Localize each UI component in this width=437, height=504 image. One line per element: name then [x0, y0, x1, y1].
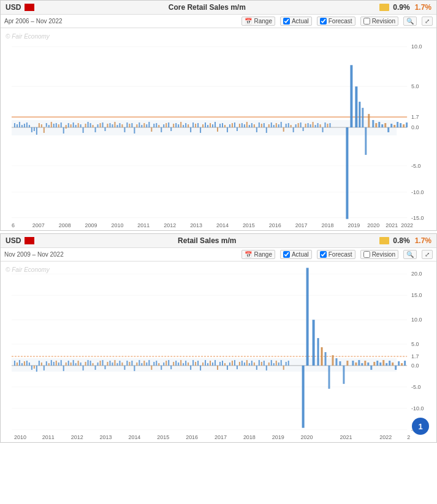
chart2-search-btn[interactable]: 🔍	[403, 250, 417, 259]
svg-rect-288	[175, 361, 177, 366]
chart2-area: © Fair Economy 20.0 15.0 10.0 5.0 1.7 0.…	[1, 261, 436, 442]
svg-text:2010: 2010	[14, 434, 26, 440]
svg-rect-110	[202, 124, 203, 127]
svg-rect-124	[237, 127, 238, 131]
svg-rect-89	[151, 127, 152, 132]
svg-rect-333	[286, 362, 287, 366]
chart2-zoom-btn[interactable]: ⤢	[422, 250, 433, 259]
svg-rect-151	[303, 127, 304, 131]
chart2-range-btn[interactable]: 📅 Range	[241, 250, 275, 259]
svg-rect-287	[173, 362, 174, 366]
svg-rect-309	[227, 366, 228, 370]
svg-rect-306	[219, 362, 221, 366]
svg-text:2008: 2008	[59, 222, 71, 228]
svg-rect-81	[131, 123, 132, 127]
svg-rect-168	[365, 127, 367, 155]
svg-rect-357	[382, 360, 384, 366]
svg-text:2012: 2012	[164, 222, 176, 228]
svg-rect-97	[170, 127, 172, 131]
svg-rect-337	[313, 320, 315, 366]
svg-rect-68	[100, 123, 101, 127]
svg-text:2020: 2020	[367, 222, 379, 228]
chart1-range-label: Range	[254, 18, 272, 24]
svg-rect-351	[364, 361, 366, 366]
svg-rect-175	[387, 127, 389, 132]
svg-rect-293	[188, 363, 189, 366]
svg-rect-32	[12, 120, 397, 135]
chart2-actual-btn[interactable]: Actual	[280, 250, 312, 259]
svg-rect-99	[175, 123, 177, 127]
chart1-forecast-checkbox[interactable]	[320, 18, 327, 24]
chart2-forecast-btn[interactable]: Forecast	[317, 250, 355, 259]
chart2-revision-btn[interactable]: Revision	[360, 250, 398, 259]
svg-rect-69	[102, 122, 104, 127]
svg-rect-353	[370, 366, 372, 370]
svg-rect-230	[34, 366, 35, 369]
chart1-revision-btn[interactable]: Revision	[360, 17, 398, 26]
chart2-actual-value: 0.8%	[393, 236, 409, 245]
svg-rect-169	[368, 114, 370, 127]
svg-text:5.0: 5.0	[411, 341, 419, 347]
svg-rect-85	[141, 125, 142, 127]
svg-text:1.7: 1.7	[411, 353, 419, 359]
chart1-folder-icon[interactable]	[379, 4, 389, 11]
svg-rect-47	[48, 125, 50, 127]
chart1-forecast-btn[interactable]: Forecast	[317, 17, 355, 26]
chart1-search-btn[interactable]: 🔍	[403, 17, 417, 26]
svg-rect-152	[305, 124, 306, 127]
svg-rect-271	[134, 366, 135, 371]
svg-rect-146	[291, 125, 292, 127]
svg-text:2014: 2014	[216, 222, 229, 228]
chart2-revision-checkbox[interactable]	[363, 251, 370, 258]
notification-badge[interactable]: 1	[412, 418, 429, 435]
svg-rect-174	[384, 123, 386, 127]
svg-rect-240	[58, 363, 59, 366]
svg-rect-59	[78, 123, 79, 127]
svg-rect-314	[239, 362, 240, 366]
svg-text:10.0: 10.0	[411, 43, 422, 50]
svg-rect-180	[403, 124, 405, 127]
svg-text:-10.0: -10.0	[411, 189, 424, 195]
svg-rect-229	[31, 366, 32, 370]
svg-rect-348	[355, 363, 357, 366]
svg-rect-136	[266, 127, 267, 133]
svg-rect-246	[73, 360, 74, 366]
svg-text:10.0: 10.0	[411, 317, 422, 323]
chart1-revision-label: Revision	[372, 18, 395, 24]
chart1-actual-checkbox[interactable]	[283, 18, 290, 24]
svg-rect-290	[180, 360, 181, 366]
svg-rect-346	[346, 361, 348, 366]
svg-rect-311	[232, 361, 233, 366]
svg-text:2018: 2018	[322, 222, 334, 228]
chart1-flag-icon	[25, 4, 34, 11]
svg-rect-173	[381, 124, 383, 127]
chart2-forecast-checkbox[interactable]	[320, 251, 327, 258]
svg-text:20.0: 20.0	[411, 271, 422, 277]
svg-rect-109	[200, 127, 201, 133]
chart2-folder-icon[interactable]	[379, 237, 389, 244]
svg-rect-303	[212, 363, 213, 366]
chart2-actual-checkbox[interactable]	[283, 251, 290, 258]
svg-rect-157	[317, 123, 319, 127]
chart1-header: USD Core Retail Sales m/m 0.9% 1.7%	[1, 1, 436, 15]
svg-rect-251	[85, 362, 86, 366]
svg-rect-330	[278, 363, 279, 366]
svg-rect-138	[271, 122, 272, 127]
svg-rect-170	[372, 120, 374, 127]
svg-rect-101	[180, 122, 181, 127]
svg-rect-242	[63, 366, 64, 371]
svg-rect-340	[325, 352, 327, 366]
chart1-revision-checkbox[interactable]	[363, 18, 370, 24]
svg-rect-235	[46, 361, 47, 366]
svg-rect-244	[68, 361, 69, 366]
svg-text:-5.0: -5.0	[411, 384, 420, 390]
svg-rect-73	[112, 124, 113, 127]
svg-rect-221	[12, 358, 397, 372]
svg-rect-234	[44, 366, 45, 370]
chart1-zoom-btn[interactable]: ⤢	[422, 17, 433, 26]
svg-rect-255	[95, 366, 96, 370]
chart1-range-btn[interactable]: 📅 Range	[241, 17, 275, 26]
svg-rect-300	[205, 360, 206, 366]
svg-rect-95	[165, 123, 167, 127]
chart1-actual-btn[interactable]: Actual	[280, 17, 312, 26]
